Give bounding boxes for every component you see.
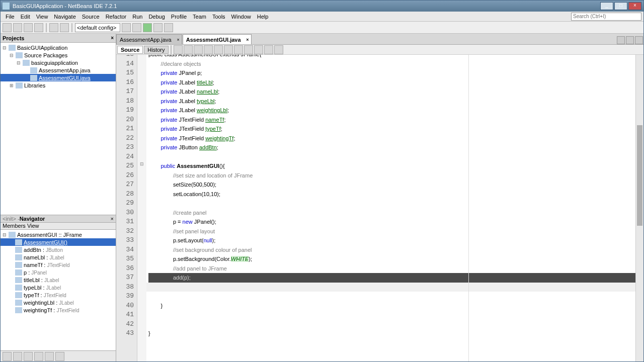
editor-toolbar-btn[interactable] [274, 45, 283, 54]
source-tab[interactable]: Source [117, 46, 143, 54]
navigator-member[interactable]: nameLbl : JLabel [1, 253, 116, 261]
menu-debug[interactable]: Debug [145, 14, 168, 20]
open-project-button[interactable] [24, 23, 33, 32]
minimize-button[interactable]: _ [600, 2, 613, 10]
line-gutter[interactable]: 1314151617181920212223242526272829303132… [116, 55, 137, 361]
nav-filter-1[interactable] [3, 352, 12, 361]
member-icon [15, 277, 22, 283]
editor-tab[interactable]: AssessmentGUI.java× [183, 34, 252, 44]
member-icon [15, 269, 22, 276]
tab-scroll-left[interactable] [617, 36, 625, 44]
member-icon [15, 254, 22, 260]
navigator-panel-title: <init> - Navigator × [1, 215, 116, 223]
tab-close-icon[interactable]: × [246, 37, 249, 42]
nav-filter-4[interactable] [34, 352, 43, 361]
menu-file[interactable]: File [3, 14, 18, 20]
debug-button[interactable] [153, 23, 163, 32]
menubar: FileEditViewNavigateSourceRefactorRunDeb… [1, 12, 643, 22]
nav-filter-5[interactable] [45, 352, 54, 361]
editor-toolbar-btn[interactable] [224, 45, 233, 54]
member-icon [15, 247, 22, 253]
navigator-member[interactable]: weightingTf : JTextField [1, 306, 116, 314]
app-icon [3, 3, 10, 10]
close-button[interactable]: × [628, 2, 641, 10]
editor-toolbar-btn[interactable] [184, 45, 193, 54]
editor-toolbar-btn[interactable] [234, 45, 243, 54]
editor-tabs: AssessmentApp.java×AssessmentGUI.java× [116, 34, 643, 45]
menu-source[interactable]: Source [79, 14, 103, 20]
scrollbar-thumb[interactable] [637, 125, 642, 226]
navigator-member[interactable]: addBtn : JButton [1, 246, 116, 253]
editor-toolbar-btn[interactable] [174, 45, 183, 54]
vertical-scrollbar[interactable] [635, 55, 643, 361]
new-file-button[interactable] [3, 23, 12, 32]
navigator-member[interactable]: typeTf : JTextField [1, 291, 116, 299]
fold-gutter[interactable]: ⊟ [137, 55, 146, 361]
editor-toolbar-btn[interactable] [194, 45, 203, 54]
undo-button[interactable] [49, 23, 58, 32]
nav-filter-2[interactable] [13, 352, 22, 361]
profile-button[interactable] [164, 23, 173, 32]
maximize-button[interactable]: □ [614, 2, 627, 10]
folder-icon [16, 52, 23, 58]
menu-team[interactable]: Team [190, 14, 209, 20]
member-icon [15, 262, 22, 268]
editor-toolbar-btn[interactable] [214, 45, 223, 54]
editor-toolbar-btn[interactable] [244, 45, 253, 54]
navigator-member[interactable]: weightingLbl : JLabel [1, 299, 116, 306]
navigator-tree[interactable]: ⊟AssessmentGUI :: JFrame AssessmentGUI()… [1, 230, 116, 350]
margin-line [468, 55, 469, 361]
main-toolbar: <default config> [1, 22, 643, 34]
menu-run[interactable]: Run [129, 14, 145, 20]
code-editor[interactable]: public class AssessmentGUI extends JFram… [146, 55, 635, 361]
nav-filter-6[interactable] [55, 352, 64, 361]
projects-tree[interactable]: ⊟BasicGUIApplication ⊟Source Packages ⊟b… [1, 43, 116, 215]
menu-window[interactable]: Window [228, 14, 254, 20]
navigator-member[interactable]: AssessmentGUI() [1, 238, 116, 246]
run-button[interactable] [143, 23, 152, 32]
editor-toolbar-btn[interactable] [204, 45, 213, 54]
new-project-button[interactable] [13, 23, 22, 32]
window-title: BasicGUIApplication - NetBeans IDE 7.2.1 [13, 3, 117, 9]
editor-toolbar-btn[interactable] [254, 45, 263, 54]
redo-button[interactable] [60, 23, 69, 32]
member-icon [15, 239, 22, 245]
search-input[interactable] [571, 13, 641, 21]
tab-scroll-right[interactable] [626, 36, 634, 44]
navigator-member[interactable]: p : JPanel [1, 268, 116, 276]
projects-close-icon[interactable]: × [111, 35, 114, 41]
clean-build-button[interactable] [132, 23, 141, 32]
navigator-toolbar [1, 350, 116, 361]
member-icon [15, 285, 22, 291]
build-button[interactable] [122, 23, 131, 32]
projects-panel-title: Projects × [1, 34, 116, 43]
editor-toolbar-btn[interactable] [264, 45, 273, 54]
nav-filter-3[interactable] [24, 352, 33, 361]
menu-refactor[interactable]: Refactor [103, 14, 130, 20]
member-icon [15, 307, 22, 313]
editor-subtabs: Source History [116, 45, 643, 55]
menu-tools[interactable]: Tools [209, 14, 228, 20]
config-combo[interactable]: <default config> [75, 23, 120, 32]
menu-help[interactable]: Help [254, 14, 272, 20]
navigator-close-icon[interactable]: × [111, 216, 114, 222]
tab-list[interactable] [635, 36, 643, 44]
save-all-button[interactable] [34, 23, 43, 32]
history-tab[interactable]: History [144, 46, 168, 54]
library-icon [16, 82, 23, 88]
editor-tab[interactable]: AssessmentApp.java× [116, 34, 182, 44]
menu-profile[interactable]: Profile [168, 14, 190, 20]
selected-file[interactable]: AssessmentGUI.java [1, 74, 116, 81]
menu-view[interactable]: View [33, 14, 51, 20]
tab-close-icon[interactable]: × [177, 37, 179, 42]
navigator-member[interactable]: nameTf : JTextField [1, 261, 116, 268]
titlebar[interactable]: BasicGUIApplication - NetBeans IDE 7.2.1… [1, 1, 643, 12]
class-icon [9, 232, 16, 238]
navigator-member[interactable]: titleLbl : JLabel [1, 276, 116, 284]
navigator-member[interactable]: typeLbl : JLabel [1, 284, 116, 291]
menu-navigate[interactable]: Navigate [51, 14, 78, 20]
java-file-icon [30, 67, 37, 73]
navigator-view-combo[interactable]: Members View [1, 223, 116, 230]
menu-edit[interactable]: Edit [18, 14, 33, 20]
package-icon [23, 60, 30, 66]
